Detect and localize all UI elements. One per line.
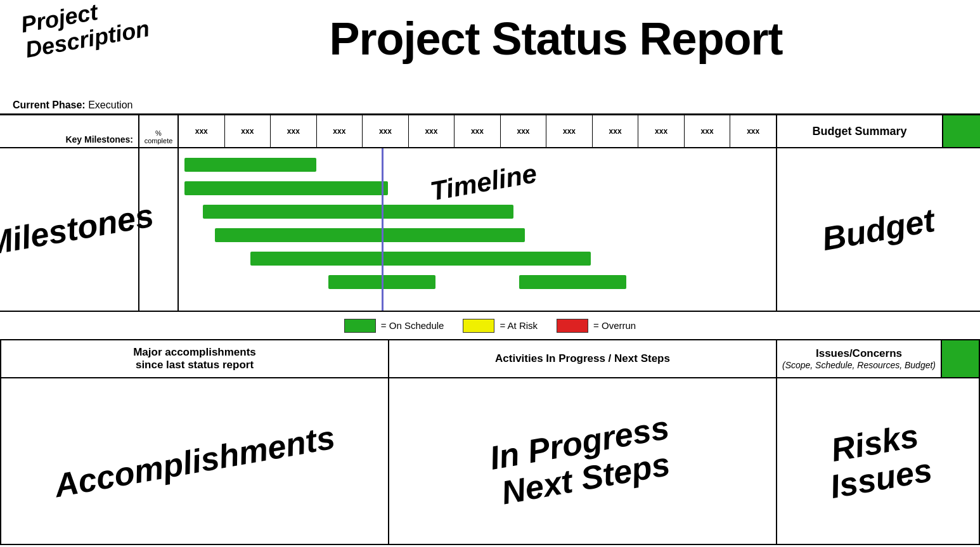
gantt-col-9: xxx: [546, 115, 593, 147]
budget-panel: Budget Summary Budget: [777, 115, 980, 311]
legend-red-box: [557, 319, 588, 333]
issues-title: Issues/Concerns: [816, 347, 902, 360]
budget-label: Budget: [820, 201, 938, 258]
current-phase-bar: Current Phase: Execution: [0, 98, 980, 115]
today-line: [382, 148, 384, 311]
timeline-label: Timeline: [428, 158, 539, 207]
project-description: ProjectDescription: [19, 0, 152, 62]
issues-green-indicator: [941, 340, 979, 377]
legend-green-box: [344, 319, 376, 333]
activities-panel: Activities In Progress / Next Steps In P…: [389, 340, 777, 545]
legend-row: = On Schedule = At Risk = Overrun: [0, 312, 980, 340]
gantt-bar-5: [250, 252, 591, 266]
legend-overrun-label: = Overrun: [593, 320, 636, 331]
budget-green-indicator: [942, 115, 980, 147]
main-title: Project Status Report: [145, 13, 967, 65]
gantt-bar-2: [184, 181, 387, 195]
gantt-area: Key Milestones: % complete xxx xxx xxx x…: [0, 115, 777, 311]
legend-at-risk-label: = At Risk: [500, 320, 538, 331]
gantt-col-8: xxx: [501, 115, 547, 147]
gantt-bars-area: Timeline: [179, 148, 776, 311]
gantt-col-2: xxx: [225, 115, 271, 147]
legend-at-risk: = At Risk: [463, 319, 538, 333]
gantt-timeline-header: xxx xxx xxx xxx xxx xxx xxx xxx xxx xxx …: [179, 115, 776, 147]
legend-on-schedule-label: = On Schedule: [381, 320, 444, 331]
issues-body: RisksIssues: [777, 378, 979, 544]
milestones-label-col: Milestones: [0, 148, 139, 311]
middle-section: Key Milestones: % complete xxx xxx xxx x…: [0, 115, 980, 312]
legend-on-schedule: = On Schedule: [344, 319, 444, 333]
gantt-bar-4: [215, 228, 525, 242]
gantt-bar-1: [184, 158, 316, 172]
accomplishments-panel: Major accomplishmentssince last status r…: [0, 340, 389, 545]
gantt-col-4: xxx: [317, 115, 363, 147]
activities-title: Activities In Progress / Next Steps: [495, 352, 670, 365]
key-milestones-label: Key Milestones:: [0, 115, 139, 147]
gantt-col-1: xxx: [179, 115, 225, 147]
gantt-col-10: xxx: [593, 115, 639, 147]
budget-title: Budget Summary: [777, 115, 942, 147]
risks-label: RisksIssues: [821, 416, 934, 506]
gantt-col-12: xxx: [685, 115, 731, 147]
issues-header: Issues/Concerns (Scope, Schedule, Resour…: [777, 340, 979, 378]
pct-complete-col: % complete: [139, 115, 179, 147]
header: ProjectDescription Project Status Report: [0, 0, 980, 98]
gantt-col-6: xxx: [409, 115, 455, 147]
issues-sub: (Scope, Schedule, Resources, Budget): [782, 360, 936, 370]
gantt-col-11: xxx: [638, 115, 685, 147]
gantt-col-3: xxx: [271, 115, 317, 147]
gantt-bar-7: [519, 275, 627, 289]
current-phase-label: Current Phase:: [13, 100, 86, 110]
current-phase-value: Execution: [88, 100, 132, 110]
gantt-col-5: xxx: [363, 115, 409, 147]
accomplishments-header: Major accomplishmentssince last status r…: [1, 340, 388, 378]
accomplishments-label: Accomplishments: [51, 418, 338, 505]
legend-yellow-box: [463, 319, 494, 333]
issues-panel: Issues/Concerns (Scope, Schedule, Resour…: [777, 340, 980, 545]
gantt-header: Key Milestones: % complete xxx xxx xxx x…: [0, 115, 776, 148]
bottom-section: Major accomplishmentssince last status r…: [0, 340, 980, 545]
milestones-label: Milestones: [0, 196, 157, 263]
gantt-body: Milestones Timeline: [0, 148, 776, 311]
accomplishments-title: Major accomplishmentssince last status r…: [133, 346, 256, 371]
gantt-col-7: xxx: [455, 115, 501, 147]
legend-overrun: = Overrun: [557, 319, 636, 333]
accomplishments-body: Accomplishments: [1, 378, 388, 544]
activities-header: Activities In Progress / Next Steps: [389, 340, 776, 378]
budget-header: Budget Summary: [777, 115, 980, 148]
budget-body: Budget: [777, 148, 980, 311]
inprogress-label: In ProgressNext Steps: [487, 409, 678, 512]
gantt-col-13: xxx: [730, 115, 776, 147]
issues-header-text: Issues/Concerns (Scope, Schedule, Resour…: [777, 340, 941, 377]
gantt-bar-3: [203, 205, 513, 219]
activities-body: In ProgressNext Steps: [389, 378, 776, 544]
